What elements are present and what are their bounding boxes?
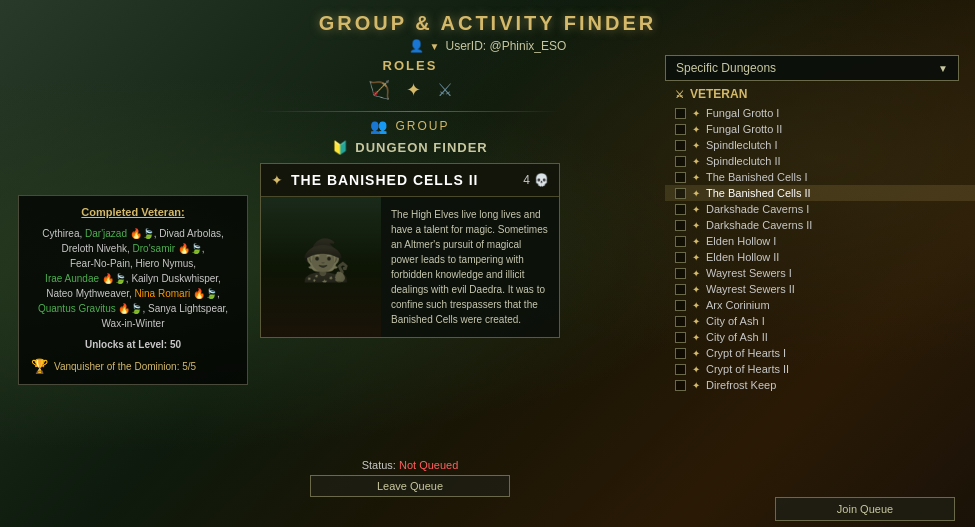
status-value: Not Queued (399, 459, 458, 471)
dungeon-item-name-2: Fungal Grotto II (706, 123, 782, 135)
player-11: Wax-in-Winter (102, 318, 165, 329)
achievement-icon: 🏆 (31, 358, 48, 374)
dungeon-item-name-1: Fungal Grotto I (706, 107, 779, 119)
veteran-label: VETERAN (690, 87, 747, 101)
dropdown-arrow-icon: ▼ (938, 63, 948, 74)
checkbox-11[interactable] (675, 268, 686, 279)
list-item[interactable]: ✦ Crypt of Hearts II (665, 361, 975, 377)
player-1: Cythirea, (42, 228, 85, 239)
leave-queue-button[interactable]: Leave Queue (310, 475, 510, 497)
checkbox-5[interactable] (675, 172, 686, 183)
star-4: ✦ (692, 156, 700, 167)
list-item[interactable]: ✦ City of Ash I (665, 313, 975, 329)
list-item[interactable]: ✦ Darkshade Caverns I (665, 201, 975, 217)
list-item[interactable]: ✦ Fungal Grotto II (665, 121, 975, 137)
player-2: Dar'jazad (85, 228, 127, 239)
player-10: Quantus Gravitus (38, 303, 116, 314)
checkbox-14[interactable] (675, 316, 686, 327)
user-row: 👤 ▼ UserID: @Phinix_ESO (0, 39, 975, 53)
checkbox-6[interactable] (675, 188, 686, 199)
list-item[interactable]: ✦ City of Ash II (665, 329, 975, 345)
checkbox-3[interactable] (675, 140, 686, 151)
player-6: Fear-No-Pain, Hiero Nymus, (70, 258, 196, 269)
list-item[interactable]: ✦ Fungal Grotto I (665, 105, 975, 121)
star-7: ✦ (692, 204, 700, 215)
checkbox-16[interactable] (675, 348, 686, 359)
dungeon-card-header: ✦ THE BANISHED CELLS II 4 💀 (261, 164, 559, 197)
dungeon-desc-text: The High Elves live long lives and have … (391, 207, 549, 327)
checkbox-8[interactable] (675, 220, 686, 231)
dungeon-item-name-18: Direfrost Keep (706, 379, 776, 391)
user-id: UserID: @Phinix_ESO (446, 39, 567, 53)
checkbox-12[interactable] (675, 284, 686, 295)
checkbox-1[interactable] (675, 108, 686, 119)
player-9: Nina Romari (135, 288, 191, 299)
star-6: ✦ (692, 188, 700, 199)
checkbox-2[interactable] (675, 124, 686, 135)
dungeon-item-name-11: Wayrest Sewers I (706, 267, 792, 279)
dungeon-finder-icon: 🔰 (332, 140, 349, 155)
dungeon-item-name-3: Spindleclutch I (706, 139, 778, 151)
checkbox-17[interactable] (675, 364, 686, 375)
roles-label: ROLES (260, 58, 560, 73)
player-list: Cythirea, Dar'jazad 🔥🍃, Divad Arbolas, D… (31, 226, 235, 331)
star-9: ✦ (692, 236, 700, 247)
checkbox-10[interactable] (675, 252, 686, 263)
player-9b: , (217, 288, 220, 299)
right-panel: Specific Dungeons ▼ ⚔ VETERAN ✦ Fungal G… (665, 55, 975, 527)
player-7-icon: 🔥🍃 (99, 273, 126, 284)
list-item[interactable]: ✦ Elden Hollow I (665, 233, 975, 249)
dungeon-item-name-16: Crypt of Hearts I (706, 347, 786, 359)
dungeon-star-icon: ✦ (271, 172, 283, 188)
center-panel: ROLES 🏹 ✦ ⚔ 👥 GROUP 🔰 DUNGEON FINDER (260, 58, 560, 338)
achievement-row: 🏆 Vanquisher of the Dominion: 5/5 (31, 358, 235, 374)
role-dps-icon[interactable]: ⚔ (437, 79, 453, 101)
player-8: Nateo Mythweaver, (46, 288, 134, 299)
star-11: ✦ (692, 268, 700, 279)
status-bar: Status: Not Queued Leave Queue (260, 459, 560, 497)
dungeon-list-container[interactable]: ⚔ VETERAN ✦ Fungal Grotto I ✦ Fungal Gro… (665, 81, 975, 471)
dungeon-item-name-8: Darkshade Caverns II (706, 219, 812, 231)
left-panel: Completed Veteran: Cythirea, Dar'jazad 🔥… (18, 195, 248, 385)
checkbox-7[interactable] (675, 204, 686, 215)
star-2: ✦ (692, 124, 700, 135)
star-13: ✦ (692, 300, 700, 311)
skull-icon: 💀 (534, 173, 549, 187)
dungeon-item-name-13: Arx Corinium (706, 299, 770, 311)
star-8: ✦ (692, 220, 700, 231)
roles-section: ROLES 🏹 ✦ ⚔ (260, 58, 560, 101)
veteran-header: ⚔ VETERAN (665, 81, 975, 105)
dungeon-item-name-12: Wayrest Sewers II (706, 283, 795, 295)
list-item[interactable]: ✦ Darkshade Caverns II (665, 217, 975, 233)
list-item[interactable]: ✦ Wayrest Sewers I (665, 265, 975, 281)
list-item[interactable]: ✦ Elden Hollow II (665, 249, 975, 265)
list-item-selected[interactable]: ✦ The Banished Cells II (665, 185, 975, 201)
star-3: ✦ (692, 140, 700, 151)
list-item[interactable]: ✦ Spindleclutch II (665, 153, 975, 169)
list-item[interactable]: ✦ Direfrost Keep (665, 377, 975, 393)
join-queue-button[interactable]: Join Queue (775, 497, 955, 521)
checkbox-13[interactable] (675, 300, 686, 311)
role-tank-icon[interactable]: 🏹 (368, 79, 390, 101)
dungeon-desc: The High Elves live long lives and have … (381, 197, 559, 337)
checkbox-18[interactable] (675, 380, 686, 391)
star-15: ✦ (692, 332, 700, 343)
list-item[interactable]: ✦ Wayrest Sewers II (665, 281, 975, 297)
checkbox-15[interactable] (675, 332, 686, 343)
star-5: ✦ (692, 172, 700, 183)
dropdown-bar[interactable]: Specific Dungeons ▼ (665, 55, 959, 81)
dungeon-item-name-14: City of Ash I (706, 315, 765, 327)
dungeon-item-name-4: Spindleclutch II (706, 155, 781, 167)
star-18: ✦ (692, 380, 700, 391)
list-item[interactable]: ✦ Spindleclutch I (665, 137, 975, 153)
main-title: GROUP & ACTIVITY FINDER (0, 12, 975, 35)
list-item[interactable]: ✦ The Banished Cells I (665, 169, 975, 185)
list-item[interactable]: ✦ Arx Corinium (665, 297, 975, 313)
checkbox-9[interactable] (675, 236, 686, 247)
checkbox-4[interactable] (675, 156, 686, 167)
role-healer-icon[interactable]: ✦ (406, 79, 421, 101)
group-label: 👥 GROUP (260, 118, 560, 134)
dungeon-item-name-6: The Banished Cells II (706, 187, 811, 199)
list-item[interactable]: ✦ Crypt of Hearts I (665, 345, 975, 361)
dungeon-item-name-7: Darkshade Caverns I (706, 203, 809, 215)
